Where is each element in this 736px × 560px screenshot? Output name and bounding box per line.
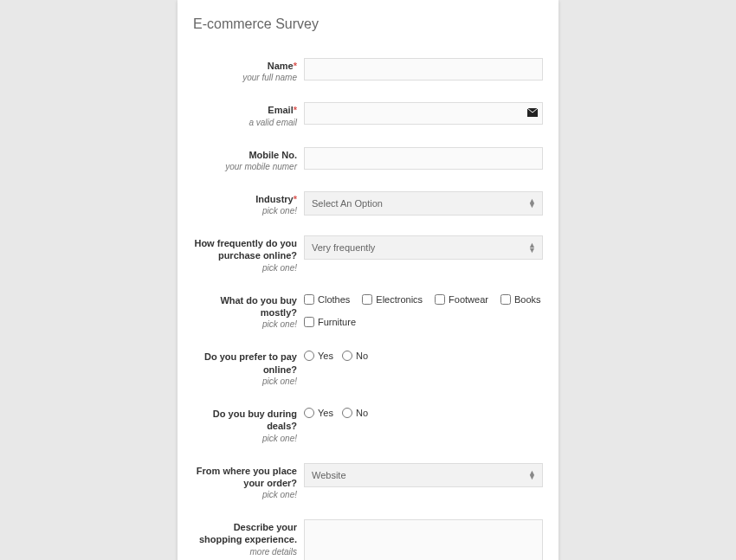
experience-label: Describe your shopping experience.: [193, 521, 297, 546]
payonline-radio-group: Yes No: [304, 349, 543, 361]
frequency-hint: pick one!: [193, 262, 297, 274]
form-title: E-commerce Survey: [193, 16, 543, 32]
buymostly-checkbox-group: Clothes Electronics Footwear Books Furni…: [304, 293, 543, 327]
deals-radio-group: Yes No: [304, 406, 543, 418]
payonline-hint: pick one!: [193, 376, 297, 387]
industry-select[interactable]: Select An Option: [304, 191, 543, 216]
industry-label: Industry*: [193, 193, 297, 205]
checkbox-electronics[interactable]: Electronics: [362, 294, 423, 305]
orderfrom-label: From where you place your order?: [193, 465, 297, 490]
deals-hint: pick one!: [193, 433, 297, 444]
field-email: Email* a valid email: [193, 102, 543, 127]
field-deals: Do you buy during deals? pick one! Yes N…: [193, 406, 543, 444]
deals-no[interactable]: No: [342, 408, 368, 418]
field-name: Name* your full name: [193, 58, 543, 83]
checkbox-clothes[interactable]: Clothes: [304, 294, 350, 305]
field-experience: Describe your shopping experience. more …: [193, 519, 543, 560]
survey-form: E-commerce Survey Name* your full name E…: [178, 0, 558, 560]
frequency-select[interactable]: Very frequently: [304, 235, 543, 260]
field-mobile: Mobile No. your mobile numer: [193, 147, 543, 172]
buymostly-hint: pick one!: [193, 319, 297, 330]
experience-hint: more details: [193, 546, 297, 557]
checkbox-books[interactable]: Books: [500, 294, 541, 305]
checkbox-footwear[interactable]: Footwear: [435, 294, 488, 305]
field-buymostly: What do you buy mostly? pick one! Clothe…: [193, 293, 543, 331]
checkbox-furniture[interactable]: Furniture: [304, 317, 543, 327]
field-frequency: How frequently do you purchase online? p…: [193, 235, 543, 274]
email-hint: a valid email: [193, 117, 297, 128]
payonline-yes[interactable]: Yes: [304, 351, 333, 361]
name-label: Name*: [193, 60, 297, 72]
buymostly-label: What do you buy mostly?: [193, 294, 297, 319]
field-payonline: Do you prefer to pay online? pick one! Y…: [193, 349, 543, 387]
deals-label: Do you buy during deals?: [193, 408, 297, 433]
orderfrom-hint: pick one!: [193, 489, 297, 500]
industry-hint: pick one!: [193, 205, 297, 216]
experience-textarea[interactable]: [304, 519, 543, 560]
email-input[interactable]: [304, 102, 543, 125]
mobile-hint: your mobile numer: [193, 161, 297, 172]
email-label: Email*: [193, 104, 297, 116]
mobile-input[interactable]: [304, 147, 543, 170]
orderfrom-select[interactable]: Website: [304, 463, 543, 487]
name-input[interactable]: [304, 58, 543, 80]
name-hint: your full name: [193, 72, 297, 83]
field-industry: Industry* pick one! Select An Option ▲▼: [193, 191, 543, 216]
mobile-label: Mobile No.: [193, 149, 297, 161]
field-orderfrom: From where you place your order? pick on…: [193, 463, 543, 501]
payonline-label: Do you prefer to pay online?: [193, 351, 297, 376]
frequency-label: How frequently do you purchase online?: [193, 237, 297, 262]
payonline-no[interactable]: No: [342, 351, 368, 361]
deals-yes[interactable]: Yes: [304, 408, 333, 418]
